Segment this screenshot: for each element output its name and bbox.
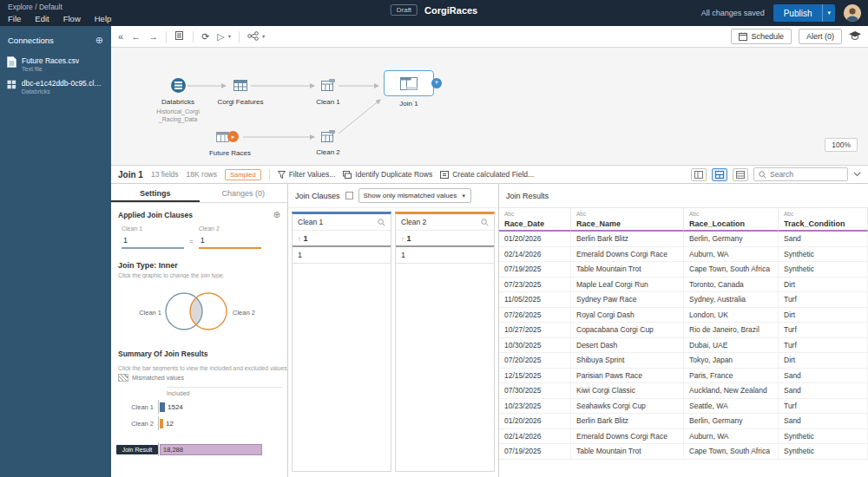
- column-header-race-location[interactable]: Abc Race_Location: [684, 208, 779, 232]
- column-header-track-condition[interactable]: Abc Track_Condition: [779, 208, 868, 232]
- clean1-field-header[interactable]: ↑ 1: [293, 231, 391, 247]
- table-row[interactable]: 02/14/2026Emerald Downs Corgi RaceAuburn…: [499, 247, 868, 263]
- table-row[interactable]: 07/23/2025Maple Leaf Corgi RunToronto, C…: [499, 278, 868, 293]
- table-cell: Synthetic: [779, 444, 868, 460]
- add-step-plus-icon[interactable]: +: [431, 78, 442, 88]
- clean2-field-header[interactable]: ↑ 1: [396, 231, 494, 247]
- node-clean1[interactable]: [321, 79, 335, 94]
- create-calculated-field-button[interactable]: Create calculated Field...: [440, 170, 534, 179]
- node-corgi-features-label: Corgi Features: [208, 98, 273, 106]
- alert-button[interactable]: Alert (0): [799, 29, 842, 44]
- clause-left-field[interactable]: 1: [122, 234, 184, 249]
- clean1-value-cell[interactable]: 1: [293, 247, 391, 264]
- clean-node-icon: [321, 79, 335, 92]
- clause-right-field[interactable]: 1: [199, 234, 261, 249]
- table-row[interactable]: 12/15/2025Parisian Paws RaceParis, Franc…: [499, 369, 868, 384]
- field-type-label: Abc: [784, 211, 862, 217]
- bar-track: 12: [158, 416, 282, 430]
- menu-file[interactable]: File: [8, 14, 21, 23]
- summary-bar-clean1[interactable]: Clean 1 1524: [116, 400, 282, 414]
- menu-flow[interactable]: Flow: [63, 14, 81, 23]
- flow-canvas[interactable]: Databricks Historical_Corgi _Racing_Data…: [111, 48, 868, 165]
- schedule-button[interactable]: Schedule: [731, 29, 792, 44]
- menu-help[interactable]: Help: [95, 14, 112, 23]
- show-mismatched-checkbox[interactable]: [345, 192, 353, 199]
- connection-item-future-races[interactable]: Future Races.csv Text file: [0, 53, 111, 75]
- table-row[interactable]: 07/26/2025Royal Corgi DashLondon, UKDirt: [499, 308, 868, 323]
- node-corgi-features[interactable]: [233, 79, 247, 94]
- table-row[interactable]: 10/27/2025Copacabana Corgi CupRio de Jan…: [499, 323, 868, 338]
- learning-cap-icon[interactable]: [849, 31, 861, 42]
- run-flow-caret-icon[interactable]: ▾: [228, 33, 231, 40]
- node-clean2[interactable]: [321, 130, 335, 145]
- publish-button-label[interactable]: Publish: [773, 4, 823, 22]
- table-row[interactable]: 11/05/2025Sydney Paw RaceSydney, Austral…: [499, 292, 868, 308]
- page-title: CorgiRaces: [424, 5, 477, 16]
- search-box[interactable]: [753, 167, 848, 181]
- table-row[interactable]: 01/20/2026Berlin Bark BlitzBerlin, Germa…: [499, 414, 868, 429]
- bar-segment-join-result[interactable]: 18,288: [160, 444, 262, 455]
- table-row[interactable]: 01/20/2026Berlin Bark BlitzBerlin, Germa…: [499, 232, 868, 247]
- column-header-race-date[interactable]: Abc Race_Date: [499, 208, 571, 232]
- table-row[interactable]: 10/23/2025Seahawks Corgi CupSeattle, WAT…: [499, 399, 868, 415]
- tab-changes[interactable]: Changes (0): [200, 184, 288, 202]
- refresh-flow-icon[interactable]: ⟳: [201, 32, 209, 42]
- filter-values-label: Filter Values...: [289, 170, 336, 179]
- table-row[interactable]: 07/19/2025Table Mountain TrotCape Town, …: [499, 444, 868, 460]
- search-icon[interactable]: [481, 219, 489, 226]
- avatar[interactable]: [844, 4, 861, 22]
- sampled-badge[interactable]: Sampled: [225, 169, 261, 180]
- view-toggle-profile-icon[interactable]: [691, 168, 707, 181]
- menu-edit[interactable]: Edit: [35, 14, 49, 23]
- table-row[interactable]: 07/30/2025Kiwi Corgi ClassicAuckland, Ne…: [499, 383, 868, 399]
- node-join1-selected[interactable]: [384, 70, 434, 96]
- join-clause-row[interactable]: Clean 1 1 = Clean 2 1: [111, 224, 287, 249]
- collapse-pane-chevron-icon[interactable]: [853, 172, 861, 177]
- bar-value-clean1: 1524: [168, 403, 183, 411]
- column-header-race-name[interactable]: Abc Race_Name: [571, 208, 684, 232]
- join-results-body[interactable]: 01/20/2026Berlin Bark BlitzBerlin, Germa…: [499, 232, 868, 466]
- search-icon[interactable]: [378, 219, 385, 226]
- layout-options-icon[interactable]: [247, 31, 259, 42]
- node-join1-label: Join 1: [384, 100, 434, 108]
- run-flow-icon[interactable]: ▷: [217, 32, 224, 42]
- collapse-connections-pane-icon[interactable]: «: [118, 32, 123, 42]
- summary-bar-join-result[interactable]: Join Result 18,288: [116, 442, 282, 456]
- mismatched-filter-select[interactable]: Show only mismatched values ▼: [358, 188, 472, 203]
- node-databricks[interactable]: [171, 78, 186, 93]
- tab-settings[interactable]: Settings: [111, 184, 200, 202]
- bar-segment-clean2[interactable]: [160, 419, 163, 428]
- zoom-level[interactable]: 100%: [825, 138, 858, 152]
- bar-segment-clean1[interactable]: [160, 402, 165, 412]
- clean2-value-cell[interactable]: 1: [396, 247, 494, 264]
- join-type-label: Join Type: Inner: [118, 261, 280, 270]
- table-row[interactable]: 07/19/2025Table Mountain TrotCape Town, …: [499, 262, 868, 278]
- summary-bar-clean2[interactable]: Clean 2 12: [116, 416, 282, 430]
- breadcrumb[interactable]: Explore / Default: [8, 3, 62, 11]
- publish-button[interactable]: Publish ▾: [773, 4, 835, 22]
- connection-item-databricks[interactable]: dbc-e1c42ddb-0c95.cloud... Databricks: [0, 75, 111, 98]
- summary-hint: Click the bar segments to view the inclu…: [111, 365, 287, 371]
- view-toggle-data-grid-icon[interactable]: [733, 168, 748, 181]
- table-row[interactable]: 02/14/2026Emerald Downs Corgi RaceAuburn…: [499, 429, 868, 445]
- mismatched-legend: Mismatched values: [111, 371, 287, 382]
- connection-texts: dbc-e1c42ddb-0c95.cloud... Databricks: [22, 79, 104, 95]
- identify-duplicate-rows-button[interactable]: Identify Duplicate Rows: [343, 170, 432, 179]
- redo-forward-icon[interactable]: →: [148, 32, 158, 42]
- undo-back-icon[interactable]: ←: [131, 32, 141, 42]
- publish-dropdown-caret-icon[interactable]: ▾: [822, 4, 835, 22]
- table-cell: Sand: [779, 414, 868, 429]
- view-toggle-split-icon[interactable]: [712, 168, 727, 181]
- table-row[interactable]: 07/20/2025Shibuya SprintTokyo, JapanDirt: [499, 353, 868, 369]
- add-join-clause-icon[interactable]: ⊕: [273, 210, 280, 219]
- refresh-data-icon[interactable]: [174, 30, 185, 42]
- table-row[interactable]: 10/30/2025Desert DashDubai, UAETurf: [499, 338, 868, 354]
- schedule-button-label: Schedule: [751, 32, 784, 41]
- table-cell: Berlin Bark Blitz: [571, 414, 684, 429]
- filter-values-button[interactable]: Filter Values...: [278, 170, 336, 179]
- search-input[interactable]: [770, 170, 843, 179]
- join-type-venn[interactable]: Clean 1 Clean 2: [111, 280, 287, 346]
- join-clauses-panel: Join Clauses Show only mismatched values…: [288, 184, 499, 477]
- add-connection-icon[interactable]: ⊕: [95, 35, 103, 46]
- layout-options-caret-icon[interactable]: ▾: [262, 33, 265, 40]
